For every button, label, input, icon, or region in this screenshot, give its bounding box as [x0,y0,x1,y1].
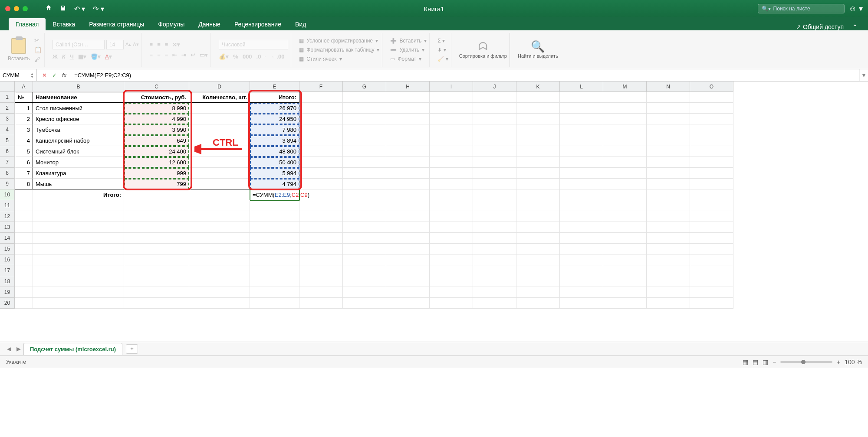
row-header-19[interactable]: 19 [0,287,15,298]
row-header-8[interactable]: 8 [0,168,15,179]
decrease-font-icon[interactable]: A▾ [133,42,138,47]
cell[interactable] [516,135,560,146]
active-cell-formula[interactable]: =СУММ(E2:E9;C2:C9) [250,189,299,200]
cell[interactable] [473,189,516,200]
cell[interactable] [250,276,299,287]
cell[interactable] [473,298,516,309]
cell[interactable] [560,298,603,309]
cell[interactable] [33,244,124,254]
cell[interactable] [516,157,560,168]
cell[interactable]: Клавиатура [33,168,124,179]
cell[interactable] [430,287,473,298]
cell[interactable] [690,189,733,200]
cell[interactable] [647,189,690,200]
cell[interactable] [386,168,430,179]
cell[interactable] [430,135,473,146]
cell[interactable] [430,298,473,309]
row-header-14[interactable]: 14 [0,233,15,244]
cell[interactable] [647,276,690,287]
cell[interactable] [647,92,690,103]
cell[interactable] [603,103,647,114]
cell[interactable] [690,222,733,233]
cell[interactable] [430,233,473,244]
close-window-button[interactable] [5,6,10,11]
cell[interactable] [250,211,299,222]
align-mid-icon[interactable]: ≡ [157,41,161,48]
cell[interactable] [516,168,560,179]
currency-icon[interactable]: 💰▾ [219,53,229,60]
cell[interactable] [473,287,516,298]
name-box[interactable]: СУММ ▲▼ [0,69,37,81]
cell[interactable] [343,179,386,189]
cell[interactable]: № [15,92,33,103]
cell[interactable]: 6 [15,157,33,168]
cell[interactable] [690,298,733,309]
cell[interactable] [603,179,647,189]
cell[interactable] [33,265,124,276]
cell[interactable] [33,298,124,309]
conditional-formatting-button[interactable]: ▦ Условное форматирование ▾ [299,37,378,45]
cell[interactable] [603,254,647,265]
cell[interactable] [690,168,733,179]
cell[interactable] [560,233,603,244]
cell[interactable] [124,222,189,233]
cell[interactable] [386,276,430,287]
cell[interactable] [250,298,299,309]
cell[interactable] [473,124,516,135]
cell[interactable] [690,124,733,135]
cell[interactable] [647,135,690,146]
row-header-2[interactable]: 2 [0,103,15,114]
tab-insert[interactable]: Вставка [46,18,82,30]
cell[interactable] [299,168,343,179]
cell[interactable] [473,92,516,103]
cell[interactable] [124,233,189,244]
cell[interactable] [189,168,250,179]
row-header-6[interactable]: 6 [0,146,15,157]
cell[interactable] [299,114,343,124]
cell[interactable] [299,103,343,114]
cell[interactable] [430,254,473,265]
cell[interactable] [33,200,124,211]
cell[interactable] [189,179,250,189]
cell[interactable] [473,211,516,222]
col-header-L[interactable]: L [560,82,603,92]
cell[interactable] [647,211,690,222]
select-all-corner[interactable] [0,82,15,92]
spreadsheet-grid[interactable]: ABCDEFGHIJKLMNO 123456789101112131415161… [0,82,868,342]
cell[interactable] [603,200,647,211]
cell[interactable] [189,211,250,222]
zoom-slider[interactable] [780,361,832,363]
cell[interactable] [386,157,430,168]
cell[interactable] [189,287,250,298]
sheet-nav-prev-icon[interactable]: ◀ [4,346,14,352]
cell[interactable] [647,179,690,189]
cell[interactable] [343,124,386,135]
cell[interactable] [33,276,124,287]
cell[interactable] [124,200,189,211]
percent-icon[interactable]: % [233,53,238,60]
page-layout-view-icon[interactable]: ▤ [753,359,758,365]
cell[interactable] [430,168,473,179]
cell[interactable] [560,92,603,103]
row-header-15[interactable]: 15 [0,244,15,254]
cell[interactable] [386,222,430,233]
cell[interactable]: 3 894 [250,135,299,146]
cell[interactable] [560,287,603,298]
cell[interactable] [690,200,733,211]
cell[interactable]: Мышь [33,179,124,189]
cell[interactable] [250,222,299,233]
cell[interactable] [299,135,343,146]
cell[interactable] [603,157,647,168]
collapse-ribbon-icon[interactable]: ⌃ [852,23,858,30]
cell[interactable] [473,244,516,254]
cell[interactable] [299,233,343,244]
home-icon[interactable] [45,4,52,13]
col-header-A[interactable]: A [15,82,33,92]
cell[interactable] [516,265,560,276]
clear-icon[interactable]: 🧹 ▾ [437,55,448,63]
row-header-17[interactable]: 17 [0,265,15,276]
cell[interactable] [15,211,33,222]
align-bot-icon[interactable]: ≡ [165,41,168,48]
merge-icon[interactable]: ▭▾ [200,52,208,58]
cell[interactable] [603,222,647,233]
